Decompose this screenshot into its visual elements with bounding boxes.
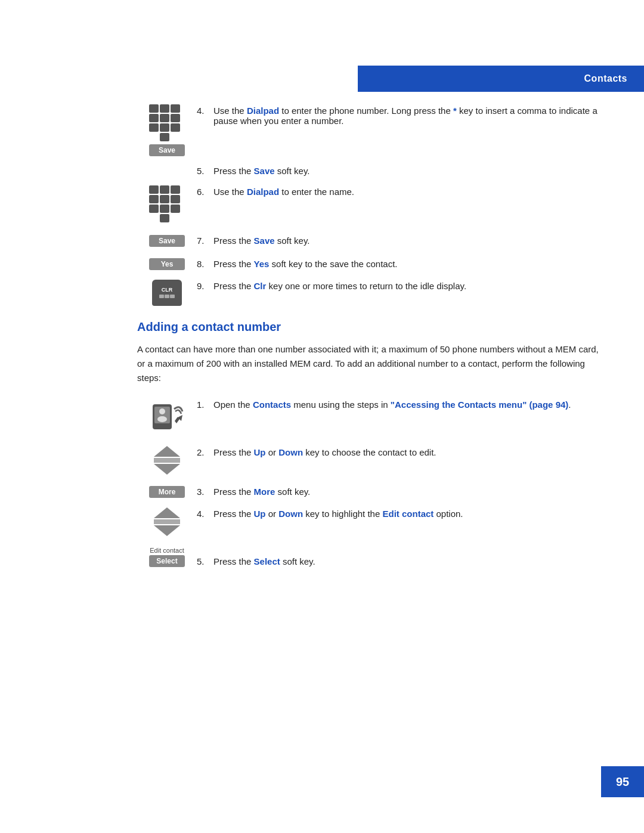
svg-marker-4 (175, 415, 182, 423)
svg-point-2 (159, 408, 165, 414)
edit-contact-link: Edit contact (382, 509, 434, 519)
step-num-c5: 5. (197, 556, 210, 566)
step-num-8: 8. (197, 259, 210, 269)
step-body-c2: 2. Press the Up or Down key to choose th… (197, 446, 608, 457)
step-num-c1: 1. (197, 400, 210, 410)
step-text-7: Press the Save soft key. (213, 236, 310, 246)
header-title: Contacts (584, 73, 627, 84)
step-num-9: 9. (197, 281, 210, 291)
dialpad-link-1: Dialpad (247, 106, 279, 116)
step-text-c1: Open the Contacts menu using the steps i… (213, 400, 571, 410)
step-body-c1: 1. Open the Contacts menu using the step… (197, 398, 608, 410)
yes-link: Yes (254, 259, 270, 269)
nav-key-down-arrow-2 (154, 525, 180, 536)
section-heading: Adding a contact number (137, 320, 608, 334)
header-bar: Contacts (358, 66, 644, 92)
step-body-c3: 3. Press the More soft key. (197, 485, 608, 497)
step-row-4: Save 4. Use the Dialpad to enter the pho… (137, 104, 608, 156)
page-container: Contacts Save 4. Use the Dialpad to ente… (0, 0, 644, 833)
step-body-9: 9. Press the Clr key one or more times t… (197, 280, 608, 291)
select-link: Select (254, 556, 280, 566)
nav-key-up-down-2 (154, 507, 180, 536)
step-icon-yes: Yes (137, 256, 197, 270)
step-row-c1: 1. Open the Contacts menu using the step… (137, 398, 608, 436)
step-text-5: Press the Save soft key. (213, 166, 310, 176)
nav-key-up-down-1 (154, 446, 180, 475)
up-link-2: Up (254, 509, 266, 519)
step-icon-navkey-1 (137, 446, 197, 475)
yes-softkey[interactable]: Yes (149, 258, 185, 270)
select-softkey[interactable]: Select (149, 555, 185, 567)
more-link: More (254, 487, 275, 497)
step-icon-save-2: Save (137, 233, 197, 247)
step-icon-dialpad-1: Save (137, 104, 197, 156)
step-row-7: Save 7. Press the Save soft key. (137, 233, 608, 247)
nav-key-down-arrow-1 (154, 464, 180, 475)
step-row-8: Yes 8. Press the Yes soft key to the sav… (137, 256, 608, 270)
dialpad-icon (149, 104, 185, 140)
svg-point-3 (157, 416, 167, 422)
step-row-c2: 2. Press the Up or Down key to choose th… (137, 446, 608, 475)
step-row-9: CLR 9. Press the Clr key one or more tim… (137, 280, 608, 306)
clr-icon: CLR (152, 280, 182, 306)
clr-link: Clr (254, 281, 267, 291)
save-link-1: Save (254, 166, 275, 176)
step-icon-contacts (137, 398, 197, 436)
step-num-c2: 2. (197, 447, 210, 457)
accessing-link[interactable]: "Accessing the Contacts menu" (page 94) (391, 400, 568, 410)
section-paragraph: A contact can have more than one number … (137, 342, 608, 385)
step-text-4: Use the Dialpad to enter the phone numbe… (213, 106, 608, 126)
step-num-4: 4. (197, 106, 210, 116)
step-row-6: 6. Use the Dialpad to enter the name. (137, 185, 608, 224)
step-icon-select: Edit contact Select (137, 546, 197, 567)
nav-key-center-1 (154, 458, 180, 463)
step-text-c2: Press the Up or Down key to choose the c… (213, 447, 436, 457)
step-num-6: 6. (197, 187, 210, 197)
step-row-5: 5. Press the Save soft key. (197, 166, 608, 176)
step-icon-more: More (137, 484, 197, 498)
page-number-box: 95 (601, 766, 644, 797)
save-link-2: Save (254, 236, 275, 246)
up-link-1: Up (254, 447, 266, 457)
step-body-c5: 5. Press the Select soft key. (197, 546, 608, 566)
page-number: 95 (616, 775, 629, 789)
down-link-2: Down (278, 509, 303, 519)
dialpad-icon-2 (149, 185, 185, 221)
step-text-9: Press the Clr key one or more times to r… (213, 281, 466, 291)
step-icon-navkey-2 (137, 507, 197, 536)
step-num-5: 5. (197, 166, 210, 176)
step-num-c3: 3. (197, 487, 210, 497)
save-softkey-1[interactable]: Save (149, 144, 185, 156)
contacts-link: Contacts (253, 400, 291, 410)
step-row-c3: More 3. Press the More soft key. (137, 484, 608, 498)
nav-key-up-arrow-2 (154, 507, 180, 518)
step-icon-clr: CLR (137, 280, 197, 306)
save-softkey-2[interactable]: Save (149, 235, 185, 247)
step-text-6: Use the Dialpad to enter the name. (213, 187, 354, 197)
more-softkey[interactable]: More (149, 486, 185, 498)
step-row-c4: 4. Press the Up or Down key to highlight… (137, 507, 608, 536)
step-num-c4: 4. (197, 509, 210, 519)
down-link-1: Down (278, 447, 303, 457)
step-text-c3: Press the More soft key. (213, 487, 310, 497)
step-body-6: 6. Use the Dialpad to enter the name. (197, 185, 608, 197)
step-num-7: 7. (197, 236, 210, 246)
step-text-8: Press the Yes soft key to the save the c… (213, 259, 398, 269)
star-key: * (453, 106, 457, 116)
step-body-7: 7. Press the Save soft key. (197, 234, 608, 246)
main-content: Save 4. Use the Dialpad to enter the pho… (137, 104, 608, 577)
dialpad-link-2: Dialpad (247, 187, 279, 197)
step-body-4: 4. Use the Dialpad to enter the phone nu… (197, 104, 608, 126)
contacts-icon-svg (148, 398, 186, 436)
clr-label: CLR (162, 287, 173, 293)
step-text-c5: Press the Select soft key. (213, 556, 315, 566)
step-icon-dialpad-2 (137, 185, 197, 224)
step-row-c5: Edit contact Select 5. Press the Select … (137, 546, 608, 567)
nav-key-center-2 (154, 519, 180, 524)
edit-contact-label: Edit contact (150, 547, 184, 554)
step-body-8: 8. Press the Yes soft key to the save th… (197, 258, 608, 269)
step-body-c4: 4. Press the Up or Down key to highlight… (197, 507, 608, 519)
nav-key-up-arrow-1 (154, 446, 180, 457)
step-text-c4: Press the Up or Down key to highlight th… (213, 509, 463, 519)
